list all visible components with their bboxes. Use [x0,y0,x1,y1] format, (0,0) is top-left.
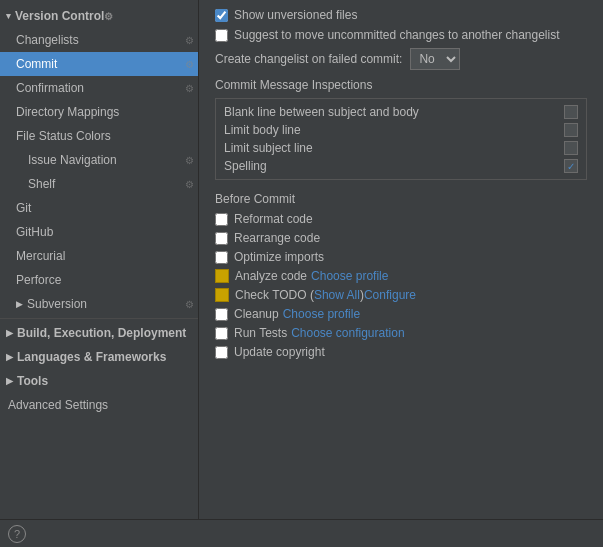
analyze-choose-profile-link[interactable]: Choose profile [311,269,388,283]
analyze-code-yellow-checkbox[interactable] [215,269,229,283]
commit-message-inspections-title: Commit Message Inspections [215,78,587,92]
inspection-block: Blank line between subject and body Limi… [215,98,587,180]
optimize-imports-row: Optimize imports [215,250,587,264]
optimize-imports-label: Optimize imports [234,250,324,264]
reformat-code-checkbox[interactable] [215,213,228,226]
cleanup-label: Cleanup [234,307,279,321]
version-control-arrow: ▾ [6,11,11,21]
sidebar: ▾ Version Control ⚙ Changelists ⚙ Commit… [0,0,199,519]
before-commit-section: Before Commit Reformat code Rearrange co… [215,192,587,359]
confirmation-label: Confirmation [16,81,84,95]
languages-arrow-icon: ▶ [6,352,13,362]
cleanup-row: Cleanup Choose profile [215,307,587,321]
inspection-blank-line-row: Blank line between subject and body [224,105,578,119]
create-changelist-row: Create changelist on failed commit: No Y… [215,48,587,70]
update-copyright-checkbox[interactable] [215,346,228,359]
issue-navigation-label: Issue Navigation [28,153,117,167]
sidebar-item-changelists[interactable]: Changelists ⚙ [0,28,198,52]
sidebar-item-issue-navigation[interactable]: Issue Navigation ⚙ [0,148,198,172]
changelists-gear-icon: ⚙ [185,35,194,46]
run-tests-row: Run Tests Choose configuration [215,326,587,340]
languages-label: Languages & Frameworks [17,350,166,364]
inspection-blank-line-checkbox[interactable] [564,105,578,119]
analyze-code-label: Analyze code [235,269,307,283]
commit-gear-icon: ⚙ [185,59,194,70]
subversion-label: Subversion [27,297,87,311]
bottom-bar: ? [0,519,603,547]
run-tests-choose-config-link[interactable]: Choose configuration [291,326,404,340]
before-commit-title: Before Commit [215,192,587,206]
sidebar-divider-1 [0,318,198,319]
inspection-spelling-checkbox[interactable]: ✓ [564,159,578,173]
mercurial-label: Mercurial [16,249,65,263]
github-label: GitHub [16,225,53,239]
cleanup-choose-profile-link[interactable]: Choose profile [283,307,360,321]
version-control-gear-icon: ⚙ [104,11,113,22]
content-area: Show unversioned files Suggest to move u… [199,0,603,519]
create-changelist-label: Create changelist on failed commit: [215,52,402,66]
analyze-code-row: Analyze code Choose profile [215,269,587,283]
git-label: Git [16,201,31,215]
inspection-limit-body-checkbox[interactable] [564,123,578,137]
subversion-arrow-icon: ▶ [16,299,23,309]
build-label: Build, Execution, Deployment [17,326,186,340]
reformat-code-row: Reformat code [215,212,587,226]
check-todo-yellow-checkbox[interactable] [215,288,229,302]
rearrange-code-label: Rearrange code [234,231,320,245]
sidebar-item-directory-mappings[interactable]: Directory Mappings [0,100,198,124]
suggest-move-label: Suggest to move uncommitted changes to a… [234,28,560,42]
update-copyright-label: Update copyright [234,345,325,359]
reformat-code-label: Reformat code [234,212,313,226]
sidebar-section-build[interactable]: ▶ Build, Execution, Deployment [0,321,198,345]
suggest-move-checkbox[interactable] [215,29,228,42]
sidebar-item-advanced-settings[interactable]: Advanced Settings [0,393,198,417]
subversion-gear-icon: ⚙ [185,299,194,310]
sidebar-item-confirmation[interactable]: Confirmation ⚙ [0,76,198,100]
advanced-settings-label: Advanced Settings [8,398,108,412]
sidebar-item-perforce[interactable]: Perforce [0,268,198,292]
inspection-spelling-row: Spelling ✓ [224,159,578,173]
run-tests-checkbox[interactable] [215,327,228,340]
tools-label: Tools [17,374,48,388]
confirmation-gear-icon: ⚙ [185,83,194,94]
build-arrow-icon: ▶ [6,328,13,338]
file-status-colors-label: File Status Colors [16,129,111,143]
changelists-label: Changelists [16,33,79,47]
inspection-limit-subject-label: Limit subject line [224,141,313,155]
sidebar-item-mercurial[interactable]: Mercurial [0,244,198,268]
directory-mappings-label: Directory Mappings [16,105,119,119]
help-button[interactable]: ? [8,525,26,543]
shelf-gear-icon: ⚙ [185,179,194,190]
cleanup-checkbox[interactable] [215,308,228,321]
create-changelist-select[interactable]: No Yes [410,48,460,70]
rearrange-code-row: Rearrange code [215,231,587,245]
todo-show-all-link[interactable]: Show All [314,288,360,302]
sidebar-item-commit[interactable]: Commit ⚙ [0,52,198,76]
inspection-limit-body-row: Limit body line [224,123,578,137]
commit-message-inspections-section: Commit Message Inspections Blank line be… [215,78,587,180]
sidebar-item-github[interactable]: GitHub [0,220,198,244]
inspection-limit-body-label: Limit body line [224,123,301,137]
run-tests-label: Run Tests [234,326,287,340]
commit-label: Commit [16,57,57,71]
inspection-spelling-label: Spelling [224,159,267,173]
inspection-limit-subject-row: Limit subject line [224,141,578,155]
check-todo-row: Check TODO ( Show All ) Configure [215,288,587,302]
sidebar-item-subversion[interactable]: ▶ Subversion ⚙ [0,292,198,316]
issue-navigation-gear-icon: ⚙ [185,155,194,166]
sidebar-section-tools[interactable]: ▶ Tools [0,369,198,393]
optimize-imports-checkbox[interactable] [215,251,228,264]
shelf-label: Shelf [28,177,55,191]
inspection-limit-subject-checkbox[interactable] [564,141,578,155]
sidebar-item-shelf[interactable]: Shelf ⚙ [0,172,198,196]
suggest-move-row: Suggest to move uncommitted changes to a… [215,28,587,42]
sidebar-section-languages[interactable]: ▶ Languages & Frameworks [0,345,198,369]
sidebar-item-git[interactable]: Git [0,196,198,220]
sidebar-item-file-status-colors[interactable]: File Status Colors [0,124,198,148]
todo-configure-link[interactable]: Configure [364,288,416,302]
sidebar-section-version-control[interactable]: ▾ Version Control ⚙ [0,4,198,28]
update-copyright-row: Update copyright [215,345,587,359]
show-unversioned-checkbox[interactable] [215,9,228,22]
rearrange-code-checkbox[interactable] [215,232,228,245]
inspection-blank-line-label: Blank line between subject and body [224,105,419,119]
